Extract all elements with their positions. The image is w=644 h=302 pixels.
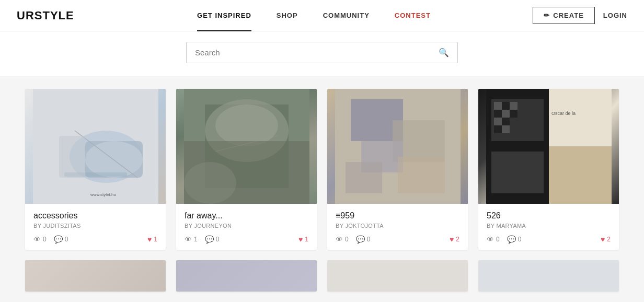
nav-item-get-inspired[interactable]: GET INSPIRED (185, 0, 264, 31)
card-partial-image-3 (327, 260, 468, 292)
comments-stat-4: 💬 0 (507, 235, 522, 243)
likes-stat-2: ♥ 1 (298, 235, 308, 243)
comment-icon-2: 💬 (205, 235, 214, 243)
svg-rect-37 (502, 118, 510, 125)
card-stats-2: 👁 1 💬 0 ♥ 1 (185, 235, 308, 243)
content: www.stylet.hu accessories by JUDITSZITAS… (0, 76, 644, 302)
card-3[interactable]: ≡959 by JOKTOJOTTA 👁 0 💬 0 ♥ 2 (327, 89, 468, 250)
pencil-icon (544, 11, 550, 19)
views-stat-3: 👁 0 (336, 235, 349, 243)
svg-rect-7 (59, 136, 85, 178)
svg-rect-36 (494, 118, 502, 125)
card-title-3: ≡959 (336, 211, 459, 220)
card-partial-image-4 (478, 260, 619, 292)
card-author-4: by MARYAMA (487, 223, 611, 229)
card-author-3: by JOKTOJOTTA (336, 223, 459, 229)
nav-item-contest[interactable]: CONTEST (382, 0, 443, 31)
views-stat-1: 👁 0 (33, 235, 47, 243)
svg-rect-39 (502, 125, 510, 133)
heart-icon-1: ♥ (147, 235, 152, 243)
card-image-4: Oscar de la (478, 89, 619, 204)
svg-rect-28 (549, 146, 612, 204)
create-label: CREATE (553, 11, 583, 19)
svg-point-12 (215, 104, 278, 146)
eye-icon-1: 👁 (33, 235, 41, 243)
heart-icon-2: ♥ (298, 235, 303, 243)
create-button[interactable]: CREATE (533, 7, 594, 24)
card-stats-4: 👁 0 💬 0 ♥ 2 (487, 235, 611, 243)
card-image-2 (176, 89, 317, 204)
eye-icon-4: 👁 (487, 235, 494, 243)
nav-item-community[interactable]: COMMUNITY (310, 0, 382, 31)
card-partial-image-2 (176, 260, 317, 292)
svg-rect-40 (491, 152, 544, 193)
svg-text:Oscar de la: Oscar de la (551, 111, 576, 116)
cards-grid: www.stylet.hu accessories by JUDITSZITAS… (25, 89, 619, 250)
search-icon[interactable]: 🔍 (439, 48, 449, 57)
search-input[interactable] (195, 48, 439, 57)
svg-rect-38 (494, 125, 502, 133)
header-right: CREATE LOGIN (533, 7, 627, 24)
comments-stat-3: 💬 0 (356, 235, 371, 243)
card-title-2: far away... (185, 211, 308, 220)
svg-rect-27 (549, 89, 612, 146)
card-stats-3: 👁 0 💬 0 ♥ 2 (336, 235, 459, 243)
card-partial-4[interactable] (478, 260, 619, 292)
card-stats-1: 👁 0 💬 0 ♥ 1 (33, 235, 157, 243)
heart-icon-3: ♥ (450, 235, 454, 243)
svg-rect-23 (398, 157, 445, 193)
card-author-1: by JUDITSZITAS (33, 223, 157, 229)
views-stat-2: 👁 1 (185, 235, 198, 243)
card-body-4: 526 by MARYAMA 👁 0 💬 0 ♥ 2 (478, 204, 619, 250)
card-image-1: www.stylet.hu (25, 89, 166, 204)
svg-point-3 (85, 141, 143, 178)
comments-stat-2: 💬 0 (205, 235, 220, 243)
svg-rect-34 (502, 110, 510, 118)
card-body-2: far away... by JOURNEYON 👁 1 💬 0 ♥ 1 (176, 204, 317, 250)
search-box: 🔍 (186, 42, 458, 63)
cards-grid-bottom (25, 260, 619, 292)
logo[interactable]: URSTYLE (17, 9, 74, 22)
heart-icon-4: ♥ (601, 235, 605, 243)
likes-stat-3: ♥ 2 (450, 235, 459, 243)
svg-rect-32 (510, 102, 518, 110)
comment-icon-3: 💬 (356, 235, 365, 243)
header: URSTYLE GET INSPIRED SHOP COMMUNITY CONT… (0, 0, 644, 31)
card-1[interactable]: www.stylet.hu accessories by JUDITSZITAS… (25, 89, 166, 250)
card-author-2: by JOURNEYON (185, 223, 308, 229)
card-title-4: 526 (487, 211, 611, 220)
card-partial-image-1 (25, 260, 166, 292)
login-button[interactable]: LOGIN (603, 11, 627, 19)
card-partial-2[interactable] (176, 260, 317, 292)
svg-rect-35 (510, 110, 518, 118)
card-partial-3[interactable] (327, 260, 468, 292)
card-2[interactable]: far away... by JOURNEYON 👁 1 💬 0 ♥ 1 (176, 89, 317, 250)
card-body-3: ≡959 by JOKTOJOTTA 👁 0 💬 0 ♥ 2 (327, 204, 468, 250)
eye-icon-2: 👁 (185, 235, 192, 243)
views-stat-4: 👁 0 (487, 235, 500, 243)
card-partial-1[interactable] (25, 260, 166, 292)
search-area: 🔍 (0, 31, 644, 76)
comment-icon-4: 💬 (507, 235, 516, 243)
svg-text:www.stylet.hu: www.stylet.hu (90, 192, 116, 197)
svg-rect-33 (494, 110, 502, 118)
svg-rect-31 (502, 102, 510, 110)
card-title-1: accessories (33, 211, 157, 220)
card-4[interactable]: Oscar de la 526 by MARYAMA 👁 0 💬 0 (478, 89, 619, 250)
comments-stat-1: 💬 0 (54, 235, 68, 243)
svg-rect-24 (346, 162, 382, 193)
eye-icon-3: 👁 (336, 235, 343, 243)
svg-point-14 (184, 162, 236, 204)
likes-stat-1: ♥ 1 (147, 235, 157, 243)
nav-item-shop[interactable]: SHOP (264, 0, 310, 31)
likes-stat-4: ♥ 2 (601, 235, 611, 243)
card-body-1: accessories by JUDITSZITAS 👁 0 💬 0 ♥ 1 (25, 204, 166, 250)
comment-icon-1: 💬 (54, 235, 63, 243)
nav: GET INSPIRED SHOP COMMUNITY CONTEST (95, 0, 533, 31)
card-image-3 (327, 89, 468, 204)
svg-rect-30 (494, 102, 502, 110)
